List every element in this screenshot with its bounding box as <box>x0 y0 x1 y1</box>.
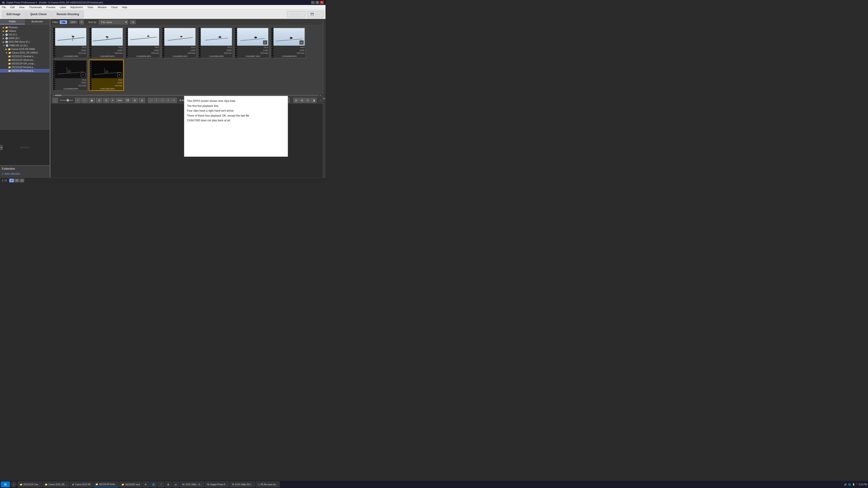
frame-3[interactable]: 3 <box>160 98 165 103</box>
grid3-button[interactable]: ⊟ <box>139 98 145 103</box>
svg-line-3 <box>73 37 73 39</box>
tree-item-r5-raw[interactable]: ▶ 📁 Canon EOS R5 RAW <box>0 47 50 51</box>
tree-label: DVD RW Drive (F:) <box>8 40 30 43</box>
display-btn-1[interactable]: ⊞ <box>293 98 299 103</box>
frame-1[interactable]: 1 <box>148 98 153 103</box>
thumbnail-item[interactable]: F5.6 1/200 ISOAuto CA9A6996.MP4 <box>198 27 233 58</box>
sidebar-tab-bookmark[interactable]: Bookmark <box>25 19 50 24</box>
menu-adjustment[interactable]: Adjustment <box>69 6 84 8</box>
panel-expand-arrow[interactable]: ◀ <box>0 145 3 150</box>
note-line-3: Four clips have a right hand turn arrow. <box>187 108 285 113</box>
display-btn-3[interactable]: ⊡ <box>305 98 311 103</box>
edit-image-tab[interactable]: Edit Image <box>2 11 25 18</box>
hscroll-right[interactable]: ▶ <box>319 94 322 97</box>
sort-az-button[interactable]: ↑A <box>130 20 135 24</box>
view-dropdown-button[interactable]: ▼ <box>110 98 115 103</box>
display-btn-2[interactable]: ⊠ <box>299 98 305 103</box>
thumb-meta: F5.6 1/200 ISOAuto <box>274 46 305 55</box>
thumbnail-item[interactable]: F5.6 1/640 ISOAuto CA9A6992.MP4 <box>53 27 88 58</box>
thumbnail-item-selected[interactable]: ↩ F5.6 1/200 ISOAuto CA9A7000.MP4 <box>89 60 124 91</box>
grid2-button[interactable]: ⊞ <box>131 98 138 103</box>
menu-view[interactable]: View <box>18 6 26 8</box>
window-controls: — ⧉ ✕ <box>311 1 324 4</box>
remote-shooting-tab[interactable]: Remote Shooting <box>52 11 84 18</box>
tree-item-data-d[interactable]: ▶ 💿 DATA (D:) <box>0 36 50 40</box>
thumbnail-item[interactable]: ↩ F5.6 1/200 ISOAuto CA9A6999.MP4 <box>53 60 88 91</box>
thumb-preview: ↩ <box>92 61 123 78</box>
nav-dot <box>180 99 181 101</box>
raw-view-button[interactable]: RAW <box>116 98 123 103</box>
menu-edit[interactable]: Edit <box>9 6 16 8</box>
zoom-out-button[interactable]: − <box>53 98 58 103</box>
zoom-in-button[interactable]: + <box>75 98 81 103</box>
frame-2[interactable]: 2 <box>154 98 159 103</box>
view-mode-buttons: ⊞ ⊟ ⊡ <box>9 179 24 182</box>
view-medium-grid[interactable]: ⊟ <box>14 179 19 182</box>
frame-4[interactable]: 4 <box>165 98 171 103</box>
thumbnail-item[interactable]: ↩ F5.6 1/200 ISOAuto CA9A6998.MP4 <box>271 27 306 58</box>
thumb-preview <box>55 28 86 46</box>
thumb-preview <box>92 28 123 46</box>
zoom-slider-thumb[interactable] <box>66 99 69 102</box>
tree-label: DATA (D:) <box>8 37 20 39</box>
filter-off-button[interactable]: OFF <box>69 20 78 24</box>
menu-file[interactable]: File <box>1 6 7 8</box>
thumb-name: CA9A6994.MP4 <box>128 55 159 57</box>
frame-5[interactable]: 5 <box>171 98 177 103</box>
view-small-grid[interactable]: ⊞ <box>9 179 14 182</box>
quick-check-tab[interactable]: Quick Check <box>26 11 52 18</box>
filter-settings-icon[interactable]: ⚙ <box>79 20 84 24</box>
maximize-button[interactable]: ⧉ <box>315 1 319 4</box>
folder-expand-icon: ▶ <box>3 26 4 29</box>
tree-item-dvd[interactable]: ▶ 💿 DVD RW Drive (F:) <box>0 40 50 43</box>
thumb-name: CA9A6992.MP4 <box>55 55 87 57</box>
tree-item-20210123[interactable]: 📁 20210123 Short-ea... <box>0 58 50 62</box>
menu-help[interactable]: Help <box>121 6 128 8</box>
right-panel-collapse[interactable]: ▶ <box>323 19 326 177</box>
close-button[interactable]: ✕ <box>320 1 324 4</box>
hscroll-left[interactable]: ◀ <box>51 94 55 97</box>
save-button[interactable]: 💾 Save <box>307 11 324 18</box>
menu-window[interactable]: Window <box>97 6 107 8</box>
tree-item-r5-video[interactable]: ▼ 📁 Canon EOS_R5 VIDEO <box>0 51 50 55</box>
thumbnail-item[interactable]: F5.6 1/400 ISOAuto CA9A6993.MP4 <box>89 27 124 58</box>
svg-point-16 <box>254 37 257 38</box>
tree-item-pictures[interactable]: ▶ 📁 Pictures <box>0 26 50 29</box>
tree-item-20210124[interactable]: 📁 20210124 GH_coup... <box>0 62 50 65</box>
display-btn-4[interactable]: ◨ <box>311 98 316 103</box>
menu-tools[interactable]: Tools <box>86 6 94 8</box>
thumbnail-item[interactable]: F5.6 1/250 ISOAuto CA9A6995.MP4 <box>162 27 197 58</box>
thumb-preview <box>201 28 232 46</box>
thumbnail-item[interactable]: ↩ F5.6 1/200 ISOAuto CA9A6997.MP4 <box>235 27 270 58</box>
view-compare-button[interactable]: ▣ <box>89 98 95 103</box>
svg-line-17 <box>276 39 303 41</box>
menu-preview[interactable]: Preview <box>45 6 56 8</box>
sort-select[interactable]: File name Shooting date/time File size R… <box>99 20 128 24</box>
view-large-grid[interactable]: ⊡ <box>20 179 24 182</box>
zoom-slider[interactable] <box>60 100 73 101</box>
tree-item-20210121[interactable]: 📁 20210121 Kestral o... <box>0 55 50 58</box>
menu-thumbnails[interactable]: Thumbnails <box>28 6 43 8</box>
tree-item-os-c[interactable]: ▶ 💿 OS (C:) <box>0 33 50 36</box>
print-button[interactable]: 🖨 Print ▼ <box>287 11 305 18</box>
tree-label: 20210126 Kestral p... <box>11 66 35 68</box>
menu-cloud[interactable]: Cloud <box>110 6 119 8</box>
tree-item-videos[interactable]: ▶ 📁 Videos <box>0 29 50 33</box>
minimize-button[interactable]: — <box>311 1 315 4</box>
tree-item-20210128[interactable]: 📁 20210128 Kestral p... <box>0 69 50 72</box>
menu-label[interactable]: Label <box>59 6 67 8</box>
thumbnail-item[interactable]: F5.6 1/250 ISOAuto CA9A6994.MP4 <box>125 27 160 58</box>
view-grid-button[interactable]: ⊞ <box>96 98 102 103</box>
film-view-button[interactable]: 🎞 <box>124 98 131 103</box>
view-single-button[interactable]: □ <box>81 98 88 103</box>
filter-on-button[interactable]: ON <box>60 20 67 24</box>
filmstrip-left <box>235 28 237 57</box>
tree-item-twelve-g[interactable]: ▼ 💿 TWELVE-12 (G:) <box>0 43 50 47</box>
print-dropdown-icon[interactable]: ▼ <box>300 13 302 15</box>
add-collection-button[interactable]: + Add collection <box>2 171 48 176</box>
tree-item-20210126[interactable]: 📁 20210126 Kestral p... <box>0 65 50 69</box>
sidebar-tab-folder[interactable]: Folder <box>0 19 25 24</box>
view-list-button[interactable]: ☰ <box>103 98 110 103</box>
folder-icon: 📁 <box>5 30 8 32</box>
hscroll-thumb[interactable] <box>55 95 61 96</box>
